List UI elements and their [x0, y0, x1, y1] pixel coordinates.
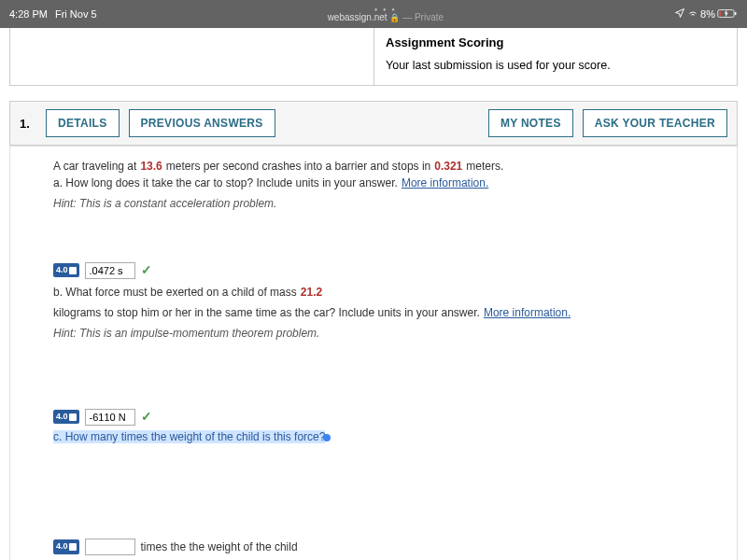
part-b-hint: Hint: This is an impulse-momentum theore…	[53, 325, 319, 342]
answer-b-row: 4.0 ✓	[53, 407, 694, 427]
intro-text-a: A car traveling at	[53, 158, 136, 175]
q1-number: 1.	[20, 117, 36, 131]
details-button[interactable]: DETAILS	[46, 109, 120, 137]
intro-text-b: meters per second crashes into a barrier…	[166, 158, 430, 175]
q1-body: A car traveling at 13.6 meters per secon…	[9, 146, 738, 560]
battery-pct: 8%	[700, 8, 715, 20]
svg-rect-2	[719, 11, 721, 16]
previous-answers-button[interactable]: PREVIOUS ANSWERS	[129, 109, 275, 137]
speed-value: 13.6	[140, 158, 162, 175]
answer-a-row: 4.0 ✓	[53, 260, 694, 280]
wifi-icon	[687, 7, 698, 21]
my-notes-button[interactable]: MY NOTES	[488, 109, 573, 137]
location-icon	[674, 7, 685, 21]
status-bar: 4:28 PM Fri Nov 5 ● ● ● webassign.net 🔒 …	[0, 0, 747, 28]
part-b-prompt-a: b. What force must be exerted on a child…	[53, 284, 297, 301]
part-a-hint: Hint: This is a constant acceleration pr…	[53, 195, 276, 212]
mass-value: 21.2	[301, 284, 322, 301]
selection-handle-icon[interactable]	[323, 434, 331, 441]
scoring-panel: Assignment Scoring Your last submission …	[9, 28, 738, 86]
battery-icon	[717, 8, 738, 21]
points-badge-a: 4.0	[53, 263, 79, 278]
status-right: 8%	[674, 7, 738, 21]
status-time: 4:28 PM	[9, 8, 48, 20]
q1-header: 1. DETAILS PREVIOUS ANSWERS MY NOTES ASK…	[9, 101, 738, 146]
q1-part-b: b. What force must be exerted on a child…	[53, 284, 694, 342]
status-date: Fri Nov 5	[55, 8, 97, 20]
dist-value: 0.321	[434, 158, 462, 175]
part-c-suffix: times the the weight of the child	[141, 539, 298, 555]
part-c-prompt: c. How many times the weight of the chil…	[53, 430, 325, 443]
q1-intro: A car traveling at 13.6 meters per secon…	[53, 158, 694, 175]
scoring-desc: Your last submission is used for your sc…	[386, 59, 726, 72]
more-info-link[interactable]: More information.	[402, 175, 488, 191]
answer-c-input[interactable]	[85, 539, 135, 555]
points-badge-b: 4.0	[53, 410, 79, 425]
q1-part-c: c. How many times the weight of the chil…	[53, 428, 694, 445]
status-left: 4:28 PM Fri Nov 5	[9, 8, 97, 20]
answer-c-row: 4.0 times the the weight of the child	[53, 539, 694, 555]
answer-a-input[interactable]	[85, 262, 135, 279]
check-icon: ✓	[141, 260, 152, 280]
status-center: ● ● ● webassign.net 🔒 — Private	[97, 7, 675, 22]
part-a-prompt: a. How long does it take the car to stop…	[53, 175, 398, 191]
answer-b-input[interactable]	[85, 409, 135, 426]
host: webassign.net	[328, 12, 388, 22]
lock-icon: 🔒	[389, 13, 400, 22]
svg-rect-1	[735, 11, 737, 14]
q1-part-a: a. How long does it take the car to stop…	[53, 175, 694, 212]
points-badge-c: 4.0	[53, 539, 79, 554]
ask-teacher-button[interactable]: ASK YOUR TEACHER	[583, 109, 727, 137]
more-info-link-b[interactable]: More information.	[484, 304, 571, 321]
privacy-label: — Private	[402, 12, 444, 22]
part-b-prompt-b: kilograms to stop him or her in the same…	[53, 304, 480, 321]
intro-text-c: meters.	[466, 158, 503, 175]
scoring-title: Assignment Scoring	[386, 35, 726, 49]
check-icon: ✓	[141, 407, 152, 427]
